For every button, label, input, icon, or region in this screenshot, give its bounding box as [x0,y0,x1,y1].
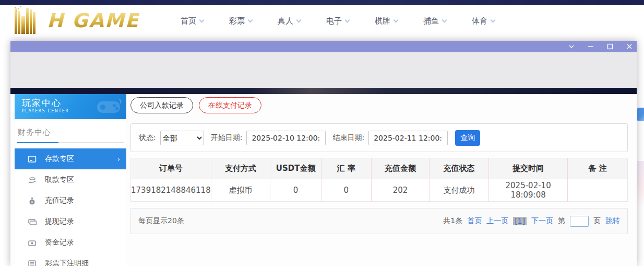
sidebar-section-title: 财务中心 [17,128,124,137]
logo-mark-icon [15,8,44,34]
nav-item-label: 捕鱼 [423,16,439,26]
sidebar-item-label: 资金记录 [45,238,74,247]
nav-item-label: 真人 [278,16,293,26]
site-header: H GAME 首页彩票真人电子棋牌捕鱼体育 [0,5,644,37]
page-size-text: 每页显示20条 [138,216,184,226]
column-header: 支付方式 [211,158,270,179]
tab-在线支付记录[interactable]: 在线支付记录 [199,97,261,113]
chevron-down-icon [296,17,302,22]
tab-公司入款记录[interactable]: 公司入款记录 [130,97,193,113]
nav-item-捕鱼[interactable]: 捕鱼 [423,16,446,26]
sidebar-item-label: 彩票下注明细 [45,259,89,266]
list-icon [27,259,37,266]
next-page-link[interactable]: 下一页 [531,216,553,226]
column-header: 提交时间 [488,158,568,179]
filter-bar: 状态: 全部 开始日期: 结束日期: 查询 [130,123,628,152]
main-panel: 公司入款记录在线支付记录 状态: 全部 开始日期: 结束日期: 查询 订单号支付… [130,94,637,266]
nav-item-label: 棋牌 [375,16,390,26]
site-logo[interactable]: H GAME [15,8,150,34]
background-blue-fragment [637,108,644,121]
chevron-right-icon: › [117,155,120,163]
first-page-link[interactable]: 首页 [467,216,482,226]
column-header: 订单号 [131,158,211,179]
svg-text:¥: ¥ [31,200,33,204]
nav-item-首页[interactable]: 首页 [181,16,204,26]
window-collapse-icon[interactable] [568,43,575,50]
start-date-label: 开始日期: [211,133,243,143]
end-date-label: 结束日期: [332,133,364,143]
moneybag-icon: ¥ [27,196,37,205]
table-cell: 202 [371,179,430,202]
records-table: 订单号支付方式USDT金额汇 率充值金额充值状态提交时间备 注 17391821… [130,158,628,202]
jump-suffix-text: 页 [593,216,601,226]
table-cell: 2025-02-10 18:09:08 [488,179,568,202]
hand-coin-icon [27,175,37,184]
current-page-badge: [1] [513,217,527,225]
logo-text: H GAME [47,8,139,34]
status-label: 状态: [139,133,156,143]
table-cell: 虚拟币 [211,179,270,202]
pagination-controls: 共1条 首页 上一页 [1] 下一页 第 页 跳转 [443,216,620,227]
table-cell: 支付成功 [430,179,489,202]
end-date-input[interactable] [368,131,448,145]
status-select[interactable]: 全部 [160,131,204,145]
window-titlebar [10,41,637,52]
sidebar-item-资金记录[interactable]: 资金记录 [15,232,126,253]
sidebar-item-label: 充值记录 [45,196,74,205]
column-header: USDT金额 [270,158,321,179]
table-cell [568,179,628,202]
page-root: H GAME 首页彩票真人电子棋牌捕鱼体育 玩家中心 PLAYERS CENTE… [0,0,644,266]
sidebar-item-label: 取款专区 [45,175,74,184]
sidebar-menu: 存款专区›取款专区¥充值记录提现记录资金记录彩票下注明细 [15,148,126,266]
sidebar-item-提现记录[interactable]: 提现记录 [15,211,126,232]
total-count-text: 共1条 [443,216,462,226]
site-nav: 首页彩票真人电子棋牌捕鱼体育 [181,16,495,26]
background-tint-fragment [637,161,644,208]
sidebar-item-存款专区[interactable]: 存款专区› [15,148,126,169]
background-page-fragment [637,41,644,266]
banknote-icon [27,217,37,226]
chevron-down-icon [393,17,399,22]
top-navy-strip [0,0,644,5]
start-date-input[interactable] [246,131,326,145]
nav-item-label: 体育 [472,16,487,26]
sidebar-item-label: 提现记录 [45,217,74,226]
table-cell: 0 [321,179,372,202]
jump-button[interactable]: 跳转 [605,216,620,226]
nav-item-电子[interactable]: 电子 [326,16,349,26]
table-header-row: 订单号支付方式USDT金额汇 率充值金额充值状态提交时间备 注 [131,158,628,179]
background-purple-fragment [638,144,644,157]
table-row: 1739182148846118虚拟币00202支付成功2025-02-10 1… [131,179,628,202]
nav-item-真人[interactable]: 真人 [278,16,301,26]
sidebar-section-rule [17,142,124,143]
gamepad-icon [95,96,122,116]
sidebar-item-充值记录[interactable]: ¥充值记录 [15,190,126,211]
chevron-down-icon [442,17,447,22]
nav-item-彩票[interactable]: 彩票 [229,16,252,26]
jump-page-input[interactable] [570,216,589,227]
app-window: 玩家中心 PLAYERS CENTER 财务中心 存款专区›取款专区¥充值记录提… [10,41,637,266]
window-close-button[interactable] [626,43,633,50]
sidebar-item-取款专区[interactable]: 取款专区 [15,169,126,190]
nav-item-label: 彩票 [229,16,245,26]
prev-page-link[interactable]: 上一页 [486,216,508,226]
chevron-down-icon [199,17,205,22]
column-header: 备 注 [568,158,628,179]
column-header: 充值金额 [371,158,430,179]
chevron-down-icon [248,17,253,22]
sidebar-item-彩票下注明细[interactable]: 彩票下注明细 [15,253,126,266]
window-content: 玩家中心 PLAYERS CENTER 财务中心 存款专区›取款专区¥充值记录提… [10,94,637,266]
window-minimize-button[interactable] [587,43,594,50]
jump-prefix-text: 第 [558,216,565,226]
nav-item-label: 电子 [326,16,342,26]
record-tabs: 公司入款记录在线支付记录 [130,97,637,113]
window-toolbar-area [10,52,637,88]
purse-icon [27,238,37,247]
sidebar-section: 财务中心 [15,119,126,143]
window-maximize-button[interactable] [606,43,613,50]
nav-item-棋牌[interactable]: 棋牌 [375,16,398,26]
nav-item-体育[interactable]: 体育 [472,16,495,26]
navy-divider-bar [10,88,637,94]
table-cell: 1739182148846118 [131,179,211,202]
query-button[interactable]: 查询 [455,130,480,146]
